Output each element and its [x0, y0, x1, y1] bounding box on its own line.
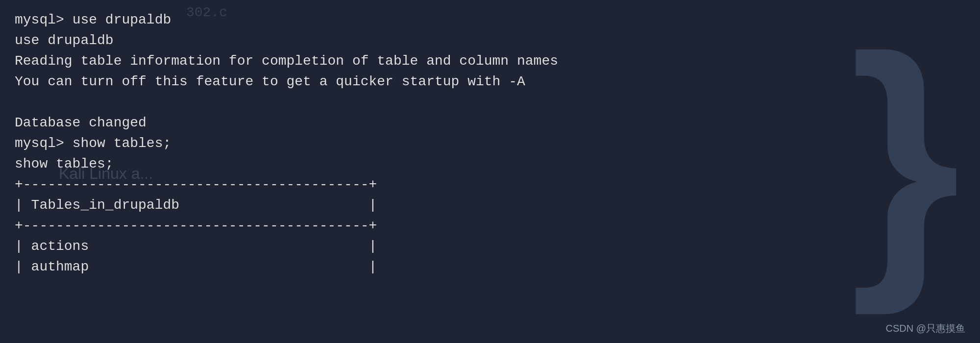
- table-border-top: +---------------------------------------…: [15, 174, 965, 195]
- terminal-line-8: show tables;: [15, 154, 965, 174]
- prompt-1: mysql>: [15, 12, 73, 27]
- table-header: | Tables_in_drupaldb |: [15, 195, 965, 216]
- terminal-line-3: Reading table information for completion…: [15, 51, 965, 72]
- terminal-line-1: mysql> use drupaldb: [15, 10, 965, 30]
- csdn-watermark: CSDN @只惠摸鱼: [885, 321, 965, 336]
- table-border-middle: +---------------------------------------…: [15, 216, 965, 236]
- terminal-line-4: You can turn off this feature to get a q…: [15, 72, 965, 92]
- terminal-line-6: Database changed: [15, 113, 965, 133]
- table-row-actions: | actions |: [15, 236, 965, 257]
- prompt-2: mysql>: [15, 136, 73, 151]
- empty-line-1: [15, 92, 965, 113]
- table-row-authmap: | authmap |: [15, 257, 965, 277]
- terminal-window: mysql> use drupaldb use drupaldb Reading…: [0, 0, 980, 343]
- terminal-line-7: mysql> show tables;: [15, 133, 965, 154]
- command-2: show tables;: [73, 136, 172, 151]
- command-1: use drupaldb: [73, 12, 172, 27]
- terminal-line-2: use drupaldb: [15, 30, 965, 51]
